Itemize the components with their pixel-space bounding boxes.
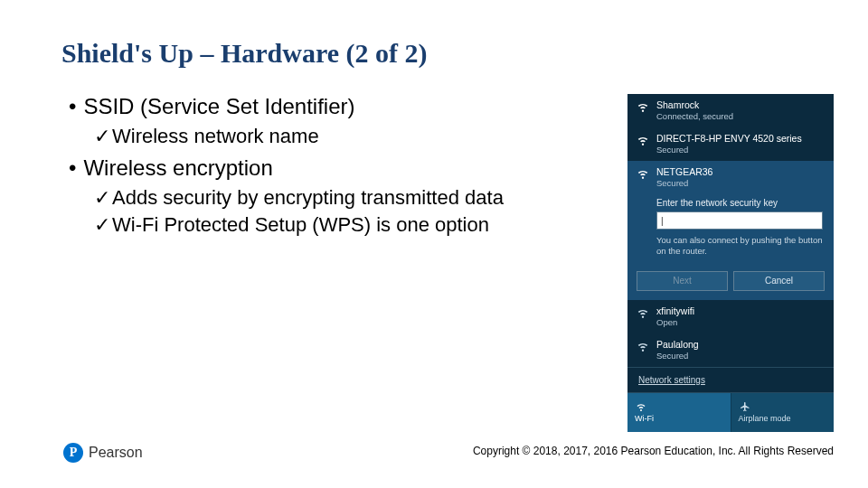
network-item-xfinitywifi[interactable]: xfinitywifi Open: [627, 300, 834, 333]
check-icon: ✓: [94, 213, 110, 237]
check-icon: ✓: [94, 125, 110, 148]
wifi-secure-icon: [637, 167, 649, 180]
bullet-sub-item: ✓ Wi-Fi Protected Setup (WPS) is one opt…: [94, 213, 575, 237]
network-flyout: Shamrock Connected, secured DIRECT-F8-HP…: [627, 94, 834, 432]
network-name: DIRECT-F8-HP ENVY 4520 series: [656, 133, 825, 145]
security-key-input[interactable]: |: [656, 211, 823, 230]
wifi-icon: [635, 401, 647, 412]
slide-title: Shield's Up – Hardware (2 of 2): [61, 38, 427, 69]
quick-action-tiles: Wi-Fi Airplane mode: [627, 392, 834, 432]
network-status: Open: [656, 317, 825, 328]
bullet-text: Wireless encryption: [83, 155, 272, 181]
pearson-logo: P Pearson: [63, 443, 143, 463]
bullet-item: • SSID (Service Set Identifier): [69, 94, 575, 119]
bullet-sub-item: ✓ Wireless network name: [94, 125, 575, 148]
tile-label: Wi-Fi: [635, 414, 654, 423]
network-status: Secured: [656, 351, 825, 361]
network-name: Shamrock: [656, 99, 825, 111]
button-row: Next Cancel: [627, 264, 834, 300]
bullet-text: Wi-Fi Protected Setup (WPS) is one optio…: [112, 213, 489, 237]
network-name: NETGEAR36: [656, 166, 825, 178]
slide: Shield's Up – Hardware (2 of 2) • SSID (…: [0, 0, 868, 488]
network-settings-link[interactable]: Network settings: [627, 367, 834, 392]
next-button[interactable]: Next: [637, 271, 728, 291]
network-status: Secured: [656, 145, 825, 155]
network-name: xfinitywifi: [656, 305, 825, 317]
copyright-text: Copyright © 2018, 2017, 2016 Pearson Edu…: [473, 445, 834, 457]
wifi-tile[interactable]: Wi-Fi: [627, 393, 731, 432]
check-icon: ✓: [94, 186, 110, 210]
bullet-text: Wireless network name: [112, 125, 319, 148]
wifi-secure-icon: [637, 134, 649, 146]
wifi-secure-icon: [637, 340, 649, 352]
bullet-sub-item: ✓ Adds security by encrypting transmitte…: [94, 186, 575, 210]
network-security-panel: Enter the network security key | You can…: [627, 194, 834, 264]
bullet-dot-icon: •: [69, 94, 76, 119]
network-status: Secured: [656, 178, 825, 189]
airplane-mode-tile[interactable]: Airplane mode: [731, 393, 835, 432]
bullet-text: Adds security by encrypting transmitted …: [112, 186, 504, 210]
network-item-shamrock[interactable]: Shamrock Connected, secured: [627, 94, 834, 127]
bullet-item: • Wireless encryption: [69, 155, 575, 181]
tile-label: Airplane mode: [739, 414, 791, 423]
airplane-icon: [739, 401, 751, 412]
security-key-value: |: [661, 216, 664, 226]
network-status: Connected, secured: [656, 111, 825, 122]
bullet-dot-icon: •: [69, 155, 76, 181]
security-key-label: Enter the network security key: [656, 198, 823, 208]
wps-hint: You can also connect by pushing the butt…: [656, 235, 823, 257]
network-name: Paulalong: [656, 339, 825, 351]
wifi-open-icon: [637, 306, 649, 319]
logo-mark-icon: P: [63, 443, 83, 463]
logo-wordmark: Pearson: [89, 445, 143, 461]
cancel-button[interactable]: Cancel: [733, 271, 825, 291]
slide-content: • SSID (Service Set Identifier) ✓ Wirele…: [69, 94, 575, 240]
network-item-paulalong[interactable]: Paulalong Secured: [627, 333, 834, 367]
bullet-text: SSID (Service Set Identifier): [83, 94, 354, 119]
wifi-secure-icon: [637, 100, 649, 113]
network-item-hp-envy[interactable]: DIRECT-F8-HP ENVY 4520 series Secured: [627, 127, 834, 161]
network-item-netgear36[interactable]: NETGEAR36 Secured: [627, 161, 834, 194]
